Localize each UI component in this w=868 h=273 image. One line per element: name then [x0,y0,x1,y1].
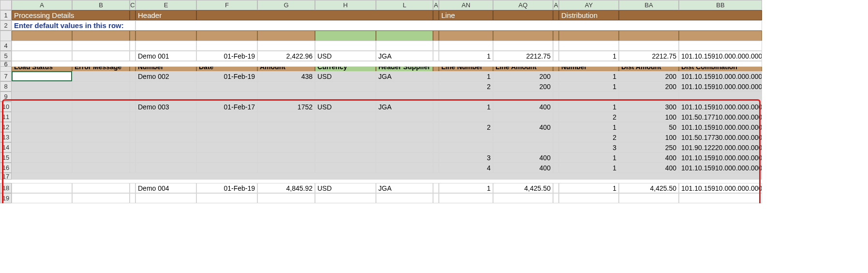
cell-sup[interactable]: JGA [376,183,433,193]
cell[interactable] [72,41,130,51]
col-hdr-B[interactable]: B [72,0,130,10]
cell-ln[interactable]: 1 [439,102,493,112]
cell[interactable] [257,132,315,142]
cell-sup[interactable]: JGA [376,51,433,61]
cell[interactable] [559,91,619,102]
row-hdr-19[interactable]: 19 [0,193,12,203]
cell-damt[interactable]: 400 [619,152,679,163]
cell[interactable] [130,163,135,173]
cell-damt[interactable]: 2212.75 [619,51,679,61]
col-hdr-AQ[interactable]: AQ [493,0,553,10]
cell[interactable] [196,41,257,51]
cell-damt[interactable]: 100 [619,112,679,122]
cell[interactable] [679,193,762,203]
cell[interactable] [12,112,72,122]
col-hdr-L[interactable]: L [376,0,433,10]
row-hdr-12[interactable]: 12 [0,122,12,132]
cell-inv-no[interactable]: Demo 002 [135,71,196,81]
cell[interactable] [433,81,439,91]
cell[interactable] [196,91,257,102]
row-hdr-13[interactable]: 13 [0,132,12,142]
cell[interactable] [493,142,553,152]
cell[interactable] [376,81,433,91]
cell-ln[interactable]: 2 [439,81,493,91]
cell[interactable] [72,132,130,142]
cell[interactable] [196,163,257,173]
cell[interactable] [12,163,72,173]
cell-dln[interactable]: 1 [559,163,619,173]
cell-damt[interactable]: 250 [619,142,679,152]
cell[interactable] [135,152,196,163]
cell[interactable] [433,132,439,142]
col-hdr-BA[interactable]: BA [619,0,679,10]
cell-sup[interactable]: JGA [376,102,433,112]
cell-lamt[interactable]: 400 [493,102,553,112]
cell[interactable] [376,122,433,132]
cell-comb[interactable]: 101.10.15910.000.000.000 [679,81,762,91]
cell-inv-no[interactable]: Demo 004 [135,183,196,193]
cell[interactable] [257,122,315,132]
cell[interactable] [315,41,376,51]
cell-dln[interactable]: 3 [559,142,619,152]
active-cell[interactable] [12,71,72,81]
col-hdr-C[interactable]: C [130,0,135,10]
cell[interactable] [619,193,679,203]
row-hdr-16[interactable]: 16 [0,163,12,173]
row-hdr-9[interactable]: 9 [0,91,12,102]
cell[interactable] [130,81,135,91]
cell[interactable] [72,81,130,91]
cell[interactable] [553,102,559,112]
cell-comb[interactable]: 101.10.15910.000.000.000 [679,71,762,81]
cell-damt[interactable]: 100 [619,132,679,142]
col-hdr-AW[interactable]: A [553,0,559,10]
cell[interactable] [376,112,433,122]
cell-cur[interactable]: USD [315,71,376,81]
cell[interactable] [135,122,196,132]
cell[interactable] [433,152,439,163]
cell[interactable] [433,142,439,152]
cell[interactable] [12,61,762,67]
cell-lamt[interactable]: 4,425.50 [493,183,553,193]
cell[interactable] [12,41,72,51]
cell[interactable] [257,142,315,152]
cell[interactable] [439,41,493,51]
spreadsheet-grid[interactable]: A B C E F G H L A AN AQ A AY BA BB 1 Pro… [0,0,762,203]
cell[interactable] [12,173,762,180]
cell-sup[interactable]: JGA [376,71,433,81]
cell[interactable] [12,122,72,132]
cell[interactable] [196,152,257,163]
cell-comb[interactable]: 101.10.15910.000.000.000 [679,163,762,173]
cell[interactable] [130,152,135,163]
cell[interactable] [12,183,72,193]
cell[interactable] [493,193,553,203]
cell-ln[interactable]: 1 [439,71,493,81]
cell-dln[interactable]: 2 [559,132,619,142]
cell-damt[interactable]: 300 [619,102,679,112]
cell-dln[interactable]: 1 [559,71,619,81]
cell-cur[interactable]: USD [315,183,376,193]
cell[interactable] [559,193,619,203]
cell-comb[interactable]: 101.90.12220.000.000.000 [679,142,762,152]
cell[interactable] [72,102,130,112]
cell-inv-date[interactable]: 01-Feb-19 [196,183,257,193]
cell[interactable] [72,71,130,81]
select-all-corner[interactable] [0,0,12,10]
cell-cur[interactable]: USD [315,102,376,112]
cell[interactable] [553,163,559,173]
cell-dln[interactable]: 2 [559,112,619,122]
cell[interactable] [130,51,135,61]
cell[interactable] [130,183,135,193]
row-hdr-1[interactable]: 1 [0,10,12,20]
cell-comb[interactable]: 101.10.15910.000.000.000 [679,122,762,132]
cell[interactable] [196,193,257,203]
col-hdr-G[interactable]: G [257,0,315,10]
cell[interactable] [130,193,135,203]
cell[interactable] [72,142,130,152]
col-hdr-E[interactable]: E [135,0,196,10]
row-hdr-2[interactable]: 2 [0,20,12,30]
cell[interactable] [72,183,130,193]
cell[interactable] [130,142,135,152]
cell[interactable] [135,193,196,203]
cell-dln[interactable]: 1 [559,122,619,132]
cell-lamt[interactable]: 400 [493,163,553,173]
